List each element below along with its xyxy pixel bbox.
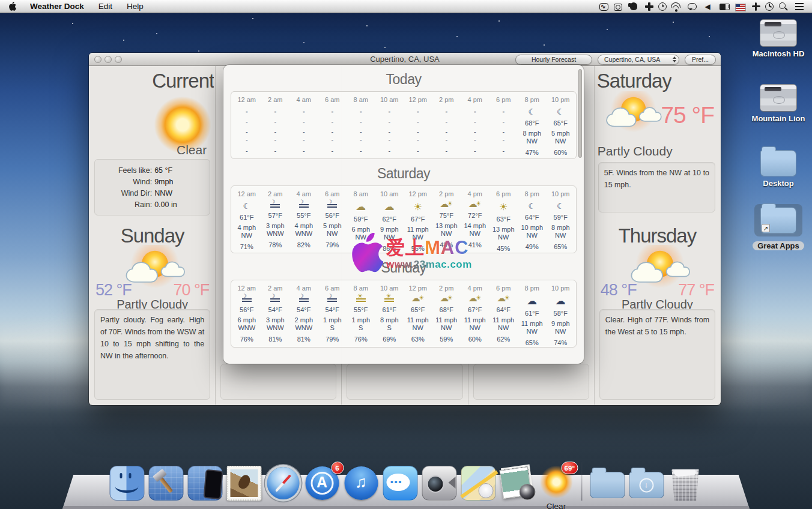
hour-label: 8 pm [525, 96, 539, 103]
compass-star-icon[interactable] [751, 1, 762, 12]
fog-icon [270, 295, 280, 303]
wind-direction: S [387, 324, 392, 331]
menu-weather-dock[interactable]: Weather Dock [23, 0, 91, 13]
hourly-forecast-button[interactable]: Hourly Forecast [515, 55, 592, 65]
dock-item-trash[interactable] [668, 466, 703, 501]
battery-icon[interactable] [720, 1, 730, 12]
wind-speed: 9 mph [551, 320, 570, 327]
camera-icon[interactable] [614, 4, 622, 11]
temp-value: 54°F [268, 306, 282, 313]
temp-value: - [360, 118, 362, 125]
notification-list-icon[interactable] [794, 1, 805, 12]
panel-title: Thursday [595, 224, 720, 247]
wind-direction: NW [470, 324, 480, 331]
wind-direction: WNW [295, 324, 312, 331]
hour-label: 6 am [325, 96, 339, 103]
location-dropdown[interactable]: Cupertino, CA, USA [598, 55, 679, 65]
high-temp: 70 °F [173, 281, 209, 300]
dock-item-messages[interactable] [383, 466, 417, 501]
humidity-value: - [331, 147, 333, 154]
time-machine-icon[interactable] [658, 2, 667, 11]
clock-icon[interactable] [765, 2, 774, 11]
desktop-icon-mountain-lion[interactable]: Mountain Lion [748, 84, 808, 123]
hour-column: 2 am57°F3 mphWNW78% [261, 190, 290, 248]
desktop-icon-desktop[interactable]: Desktop [748, 150, 808, 188]
temp-value: 62°F [383, 215, 396, 223]
dock-item-mail[interactable] [226, 466, 261, 501]
high-temp: 75 °F [661, 102, 714, 128]
hour-label: 2 am [268, 96, 282, 103]
us-flag-icon[interactable] [736, 4, 745, 11]
high-temp: 77 °F [678, 281, 714, 300]
hour-column: 8 am55°F1 mphS76% [347, 285, 375, 343]
dock-item-downloads-folder[interactable] [629, 466, 664, 501]
desktop-icon-macintosh-hd[interactable]: Macintosh HD [748, 19, 808, 58]
moon-icon [528, 107, 536, 116]
humidity-value: 47% [526, 149, 539, 156]
temp-value: 57°F [268, 212, 282, 219]
messages-bubble-icon[interactable] [687, 1, 698, 12]
dock-item-facetime[interactable] [422, 466, 456, 501]
preferences-button[interactable]: Pref... [685, 55, 716, 65]
column-saturday-thursday: Saturday 75 °F Partly Cloudy 5F. Winds f… [595, 66, 720, 405]
wind-speed: - [445, 128, 447, 135]
volume-icon[interactable] [703, 1, 714, 12]
wind-direction: - [417, 136, 419, 143]
no-data-icon [331, 107, 333, 115]
wind-direction: WNW [267, 324, 284, 331]
no-data-icon [246, 107, 248, 115]
dock-item-documents-folder[interactable] [590, 466, 625, 501]
scrollbar-thumb[interactable] [578, 69, 582, 158]
trash-icon [671, 469, 700, 501]
wifi-icon[interactable] [671, 1, 682, 12]
apple-menu-icon[interactable] [5, 2, 22, 11]
temp-value: - [474, 118, 476, 125]
temp-value: 68°F [525, 119, 539, 127]
desktop-icon-label: Macintosh HD [748, 49, 808, 58]
wind-speed: - [303, 128, 305, 135]
dock-item-photo-booth[interactable] [500, 466, 535, 501]
dock-item-finder[interactable] [109, 466, 144, 501]
temp-value: 67°F [468, 306, 482, 313]
hour-column: 2 pm75°F13 mphNW48% [432, 190, 461, 248]
menu-help[interactable]: Help [120, 0, 150, 13]
temp-value: 59°F [354, 215, 368, 223]
window-titlebar[interactable]: Cupertino, CA, USA Hourly Forecast Cuper… [89, 53, 721, 66]
humidity-value: - [274, 147, 276, 154]
spotlight-search-icon[interactable] [778, 1, 789, 12]
hour-column: 4 am---- [289, 96, 318, 154]
detail-label: Wind Dir: [98, 188, 154, 199]
hour-column: 2 pm---- [432, 96, 461, 154]
safari-icon [267, 467, 299, 499]
hour-label: 8 pm [525, 190, 539, 197]
wind-direction: NW [498, 324, 509, 331]
temp-value: 54°F [326, 306, 339, 313]
wind-speed: - [331, 128, 333, 135]
wind-speed: 2 mph [294, 316, 313, 324]
dock-item-itunes[interactable] [344, 466, 378, 501]
app-window-icon[interactable] [599, 3, 608, 11]
dock-item-safari[interactable] [265, 466, 300, 501]
no-data-icon [502, 107, 504, 115]
overlay-scrollbar[interactable] [577, 68, 583, 361]
wind-speed: 3 mph [266, 222, 285, 229]
evernote-icon[interactable] [628, 1, 638, 12]
temp-value: - [502, 118, 504, 125]
menu-edit[interactable]: Edit [92, 0, 119, 13]
dock-item-maps[interactable] [461, 466, 495, 501]
dock-item-xcode[interactable] [148, 466, 183, 501]
humidity-value: 79% [326, 241, 339, 248]
hour-label: 8 am [354, 96, 368, 103]
growl-plus-icon[interactable] [644, 1, 655, 12]
description-box-empty [220, 364, 336, 400]
ncloud-icon [556, 295, 566, 307]
desktop-icon-great-apps[interactable]: ↗Great Apps [748, 204, 808, 251]
dock-item-weather-dock[interactable]: 69°Clear [539, 466, 574, 501]
forecast-section-saturday: Saturday12 am61°F4 mphNW71%2 am57°F3 mph… [223, 166, 584, 253]
wind-direction: NW [470, 230, 480, 237]
dock-item-ios-simulator[interactable] [187, 466, 222, 501]
wind-speed: 11 mph [407, 226, 429, 233]
dock-item-app-store[interactable]: 6 [304, 466, 339, 501]
wind-direction: NW [413, 324, 423, 331]
humidity-value: - [303, 147, 305, 154]
